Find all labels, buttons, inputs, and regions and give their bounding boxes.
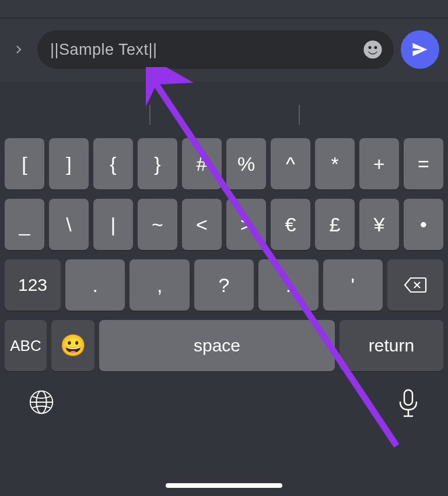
key-pipe[interactable]: | [93,199,133,250]
key-underscore[interactable]: _ [5,199,44,250]
app-header [0,0,448,17]
key-space[interactable]: space [99,320,335,371]
key-yen[interactable]: ¥ [359,199,399,250]
dictation-button[interactable] [397,389,420,420]
keyboard-row-4: ABC 😀 space return [5,320,443,371]
microphone-icon [397,389,420,418]
key-period[interactable]: . [65,259,125,311]
home-indicator[interactable] [166,483,282,488]
keyboard-row-3: 123 . , ? ! ' [5,259,443,311]
key-less-than[interactable]: < [182,199,222,250]
suggestion-divider [299,105,300,125]
emoji-smile-icon [363,40,383,59]
key-equals[interactable]: = [404,138,443,189]
globe-icon [28,389,55,416]
key-percent[interactable]: % [226,138,266,189]
svg-point-1 [368,46,371,49]
svg-point-2 [374,46,377,49]
message-input-bar: ||Sample Text|| [0,19,448,82]
keyboard-bottom-bar [0,376,448,426]
key-backslash[interactable]: \ [49,199,89,250]
key-brace-close[interactable]: } [138,138,177,189]
key-emoji[interactable]: 😀 [51,320,94,371]
key-euro[interactable]: € [271,199,310,250]
key-greater-than[interactable]: > [226,199,266,250]
key-bracket-close[interactable]: ] [49,138,89,189]
send-button[interactable] [401,30,439,69]
key-abc-switch[interactable]: ABC [5,320,47,371]
key-apostrophe[interactable]: ' [323,259,383,311]
keyboard: [ ] { } # % ^ * + = _ \ | ~ < > € £ ¥ • … [0,138,448,376]
key-hash[interactable]: # [182,138,222,189]
key-bullet[interactable]: • [404,199,443,250]
key-return[interactable]: return [340,320,443,371]
keyboard-suggestion-bar [0,82,448,138]
language-switch-button[interactable] [28,389,55,420]
key-brace-open[interactable]: { [93,138,133,189]
svg-rect-8 [404,390,412,405]
message-text: ||Sample Text|| [50,41,361,59]
send-icon [411,41,429,58]
keyboard-row-2: _ \ | ~ < > € £ ¥ • [5,199,443,250]
key-comma[interactable]: , [130,259,189,311]
key-plus[interactable]: + [359,138,399,189]
backspace-icon [404,276,427,294]
suggestion-divider [149,105,150,125]
key-numeric-switch[interactable]: 123 [5,259,61,311]
key-tilde[interactable]: ~ [138,199,177,250]
key-backspace[interactable] [387,259,443,311]
key-caret[interactable]: ^ [271,138,310,189]
key-asterisk[interactable]: * [315,138,355,189]
key-pound[interactable]: £ [315,199,355,250]
message-input[interactable]: ||Sample Text|| [37,30,394,69]
key-question[interactable]: ? [194,259,254,311]
chevron-right-icon [13,44,24,55]
svg-point-0 [363,40,382,58]
keyboard-row-1: [ ] { } # % ^ * + = [5,138,443,189]
emoji-picker-button[interactable] [361,38,384,61]
key-exclaim[interactable]: ! [258,259,318,311]
key-bracket-open[interactable]: [ [5,138,44,189]
expand-button[interactable] [7,38,30,61]
